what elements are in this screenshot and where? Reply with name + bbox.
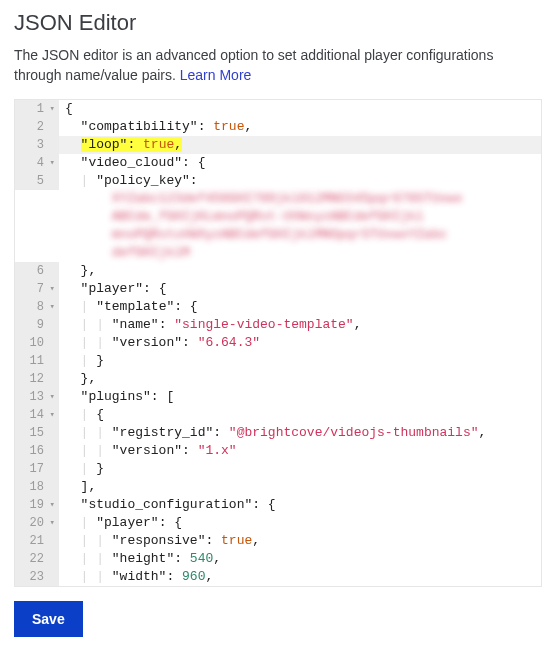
code-line: 14▾ | { [15, 406, 541, 424]
code-line: 4▾ "video_cloud": { [15, 154, 541, 172]
code-line-redacted: XYZabc123def456GHI789jkl012MNO345pqr678S… [15, 190, 541, 208]
code-line: 11 | } [15, 352, 541, 370]
code-line: 9 | | "name": "single-video-template", [15, 316, 541, 334]
fold-icon[interactable]: ▾ [47, 496, 55, 514]
json-editor[interactable]: 1▾ { 2 "compatibility": true, 3 "loop": … [14, 99, 542, 587]
fold-icon[interactable]: ▾ [47, 100, 55, 118]
description-text: The JSON editor is an advanced option to… [14, 47, 493, 83]
code-line: 22 | | "height": 540, [15, 550, 541, 568]
code-line-redacted: ABCde_fGHIjKLmnoPQRst-UVWxyzABCdefGHIjkl [15, 208, 541, 226]
code-line: 7▾ "player": { [15, 280, 541, 298]
code-line-highlighted: 3 "loop": true, [15, 136, 541, 154]
code-line: 8▾ | "template": { [15, 298, 541, 316]
fold-icon[interactable]: ▾ [47, 298, 55, 316]
code-line: 6 }, [15, 262, 541, 280]
code-line: 5 | "policy_key": [15, 172, 541, 190]
fold-icon[interactable]: ▾ [47, 154, 55, 172]
fold-icon[interactable]: ▾ [47, 388, 55, 406]
code-line-redacted: mnoPQRstuVWXyzABCdefGHIjklMNOpqrSTUvwxYZ… [15, 226, 541, 244]
code-line: 18 ], [15, 478, 541, 496]
code-line: 2 "compatibility": true, [15, 118, 541, 136]
code-line: 16 | | "version": "1.x" [15, 442, 541, 460]
code-line: 13▾ "plugins": [ [15, 388, 541, 406]
code-line: 1▾ { [15, 100, 541, 118]
code-line: 21 | | "responsive": true, [15, 532, 541, 550]
fold-icon[interactable]: ▾ [47, 406, 55, 424]
save-button[interactable]: Save [14, 601, 83, 637]
learn-more-link[interactable]: Learn More [180, 67, 252, 83]
code-line: 10 | | "version": "6.64.3" [15, 334, 541, 352]
code-line-redacted: defGHIjklM [15, 244, 541, 262]
code-line: 12 }, [15, 370, 541, 388]
code-line: 20▾ | "player": { [15, 514, 541, 532]
fold-icon[interactable]: ▾ [47, 514, 55, 532]
page-description: The JSON editor is an advanced option to… [14, 46, 542, 85]
code-line: 15 | | "registry_id": "@brightcove/video… [15, 424, 541, 442]
fold-icon[interactable]: ▾ [47, 280, 55, 298]
page-title: JSON Editor [14, 10, 542, 36]
code-line: 17 | } [15, 460, 541, 478]
code-line: 19▾ "studio_configuration": { [15, 496, 541, 514]
gutter: 1▾ [15, 100, 59, 118]
code-line: 23 | | "width": 960, [15, 568, 541, 586]
